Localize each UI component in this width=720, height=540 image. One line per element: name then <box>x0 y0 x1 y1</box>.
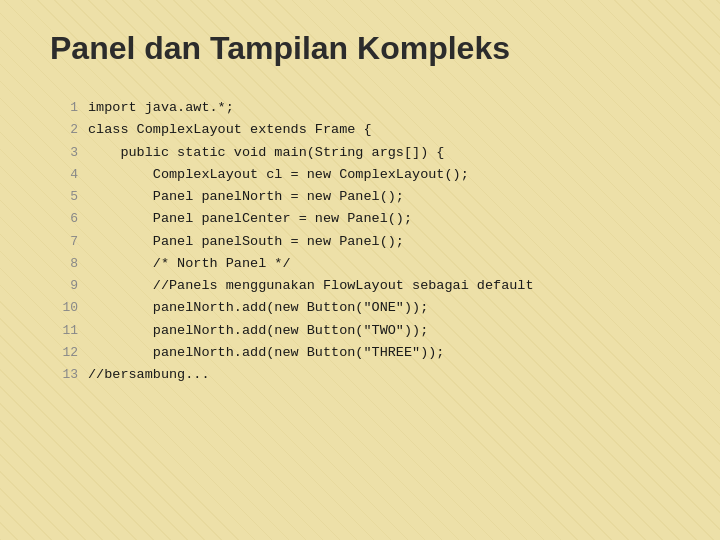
line-text: panelNorth.add(new Button("ONE")); <box>88 297 428 319</box>
line-text: Panel panelNorth = new Panel(); <box>88 186 404 208</box>
line-number: 3 <box>50 142 78 164</box>
line-number: 13 <box>50 364 78 386</box>
code-block: 1import java.awt.*;2class ComplexLayout … <box>50 97 670 386</box>
line-number: 11 <box>50 320 78 342</box>
line-number: 2 <box>50 119 78 141</box>
line-text: import java.awt.*; <box>88 97 234 119</box>
line-text: panelNorth.add(new Button("THREE")); <box>88 342 444 364</box>
line-number: 7 <box>50 231 78 253</box>
table-row: 9 //Panels menggunakan FlowLayout sebaga… <box>50 275 670 297</box>
table-row: 6 Panel panelCenter = new Panel(); <box>50 208 670 230</box>
line-number: 12 <box>50 342 78 364</box>
table-row: 13//bersambung... <box>50 364 670 386</box>
table-row: 10 panelNorth.add(new Button("ONE")); <box>50 297 670 319</box>
line-text: class ComplexLayout extends Frame { <box>88 119 372 141</box>
line-text: //Panels menggunakan FlowLayout sebagai … <box>88 275 534 297</box>
line-number: 4 <box>50 164 78 186</box>
line-text: public static void main(String args[]) { <box>88 142 444 164</box>
table-row: 2class ComplexLayout extends Frame { <box>50 119 670 141</box>
line-number: 8 <box>50 253 78 275</box>
line-text: panelNorth.add(new Button("TWO")); <box>88 320 428 342</box>
table-row: 4 ComplexLayout cl = new ComplexLayout()… <box>50 164 670 186</box>
line-number: 6 <box>50 208 78 230</box>
table-row: 7 Panel panelSouth = new Panel(); <box>50 231 670 253</box>
slide-container: Panel dan Tampilan Kompleks 1import java… <box>0 0 720 540</box>
line-text: ComplexLayout cl = new ComplexLayout(); <box>88 164 469 186</box>
slide-title: Panel dan Tampilan Kompleks <box>50 30 670 67</box>
line-text: Panel panelSouth = new Panel(); <box>88 231 404 253</box>
line-text: //bersambung... <box>88 364 210 386</box>
table-row: 3 public static void main(String args[])… <box>50 142 670 164</box>
table-row: 5 Panel panelNorth = new Panel(); <box>50 186 670 208</box>
line-number: 5 <box>50 186 78 208</box>
table-row: 1import java.awt.*; <box>50 97 670 119</box>
line-number: 1 <box>50 97 78 119</box>
line-text: /* North Panel */ <box>88 253 291 275</box>
table-row: 11 panelNorth.add(new Button("TWO")); <box>50 320 670 342</box>
line-number: 10 <box>50 297 78 319</box>
line-text: Panel panelCenter = new Panel(); <box>88 208 412 230</box>
table-row: 12 panelNorth.add(new Button("THREE")); <box>50 342 670 364</box>
table-row: 8 /* North Panel */ <box>50 253 670 275</box>
line-number: 9 <box>50 275 78 297</box>
